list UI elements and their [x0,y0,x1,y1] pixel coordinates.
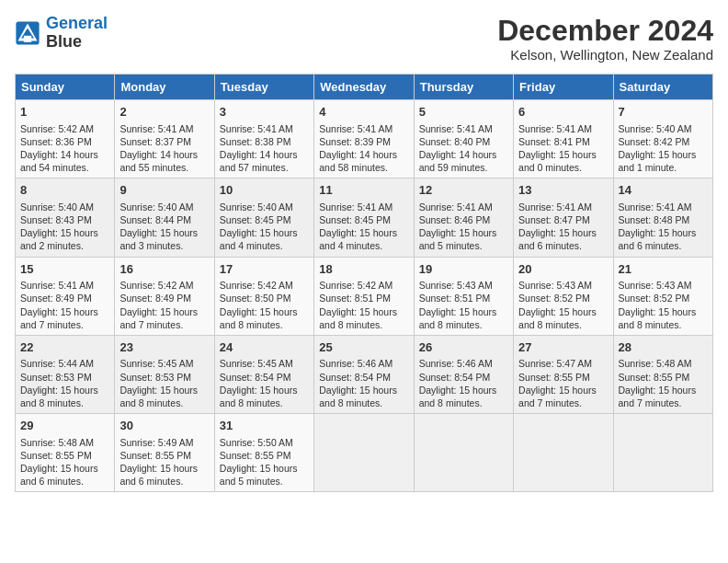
sunset-text: Sunset: 8:42 PM [619,136,690,147]
calendar-day-cell: 15Sunrise: 5:41 AMSunset: 8:49 PMDayligh… [16,257,115,335]
calendar-day-header: Wednesday [314,75,414,100]
sunrise-text: Sunrise: 5:42 AM [20,123,94,134]
sunrise-text: Sunrise: 5:42 AM [119,280,193,291]
calendar-day-cell [414,414,513,492]
day-number: 12 [419,182,508,199]
sunrise-text: Sunrise: 5:41 AM [619,201,692,213]
calendar-day-cell: 20Sunrise: 5:43 AMSunset: 8:52 PMDayligh… [514,257,613,335]
calendar-day-cell: 7Sunrise: 5:40 AMSunset: 8:42 PMDaylight… [613,100,712,178]
sunset-text: Sunset: 8:44 PM [119,214,191,225]
day-number: 2 [119,104,209,121]
day-number: 10 [220,182,309,199]
sunset-text: Sunset: 8:55 PM [20,450,92,461]
sunset-text: Sunset: 8:55 PM [518,372,590,383]
calendar-week-row: 8Sunrise: 5:40 AMSunset: 8:43 PMDaylight… [16,178,713,257]
calendar-day-cell: 29Sunrise: 5:48 AMSunset: 8:55 PMDayligh… [16,414,115,492]
sunset-text: Sunset: 8:51 PM [319,293,391,304]
sunset-text: Sunset: 8:55 PM [220,450,291,461]
daylight-text: Daylight: 15 hours and 2 minutes. [20,227,98,251]
daylight-text: Daylight: 15 hours and 7 minutes. [619,385,697,408]
daylight-text: Daylight: 15 hours and 8 minutes. [419,306,497,330]
calendar-day-header: Thursday [414,75,513,100]
day-number: 13 [518,182,608,199]
calendar-day-cell: 12Sunrise: 5:41 AMSunset: 8:46 PMDayligh… [414,178,513,257]
sunrise-text: Sunrise: 5:45 AM [220,358,293,369]
sunset-text: Sunset: 8:54 PM [319,372,391,383]
sunset-text: Sunset: 8:52 PM [518,293,590,304]
logo-text: General Blue [46,15,108,52]
calendar-day-cell: 3Sunrise: 5:41 AMSunset: 8:38 PMDaylight… [214,100,313,178]
daylight-text: Daylight: 15 hours and 8 minutes. [319,306,397,330]
daylight-text: Daylight: 15 hours and 6 minutes. [518,227,597,251]
daylight-text: Daylight: 15 hours and 8 minutes. [419,385,497,408]
sunrise-text: Sunrise: 5:43 AM [518,280,592,291]
calendar-week-row: 15Sunrise: 5:41 AMSunset: 8:49 PMDayligh… [16,257,713,335]
page-subtitle: Kelson, Wellington, New Zealand [497,47,713,63]
sunrise-text: Sunrise: 5:48 AM [20,437,94,448]
calendar-day-cell: 23Sunrise: 5:45 AMSunset: 8:53 PMDayligh… [115,335,214,413]
day-number: 31 [220,418,309,434]
day-number: 3 [220,104,309,121]
sunrise-text: Sunrise: 5:48 AM [619,358,692,369]
day-number: 20 [518,261,608,278]
calendar-day-header: Tuesday [214,75,313,100]
sunset-text: Sunset: 8:49 PM [119,293,191,304]
daylight-text: Daylight: 15 hours and 6 minutes. [619,227,697,251]
calendar-day-cell: 1Sunrise: 5:42 AMSunset: 8:36 PMDaylight… [16,100,115,178]
calendar-header-row: SundayMondayTuesdayWednesdayThursdayFrid… [16,75,713,100]
calendar-day-cell: 2Sunrise: 5:41 AMSunset: 8:37 PMDaylight… [115,100,214,178]
sunset-text: Sunset: 8:55 PM [119,450,191,461]
title-block: December 2024 Kelson, Wellington, New Ze… [497,15,713,63]
daylight-text: Daylight: 15 hours and 5 minutes. [419,227,497,251]
day-number: 6 [518,104,608,121]
calendar-day-cell: 28Sunrise: 5:48 AMSunset: 8:55 PMDayligh… [613,335,712,413]
sunrise-text: Sunrise: 5:41 AM [419,201,493,213]
daylight-text: Daylight: 15 hours and 7 minutes. [518,385,597,408]
calendar-day-header: Friday [514,75,613,100]
calendar-day-header: Monday [115,75,214,100]
day-number: 9 [119,182,209,199]
calendar-day-cell: 16Sunrise: 5:42 AMSunset: 8:49 PMDayligh… [115,257,214,335]
day-number: 27 [518,339,608,356]
sunset-text: Sunset: 8:36 PM [20,136,92,147]
daylight-text: Daylight: 14 hours and 55 minutes. [119,149,198,173]
sunrise-text: Sunrise: 5:43 AM [419,280,493,291]
sunset-text: Sunset: 8:39 PM [319,136,391,147]
daylight-text: Daylight: 14 hours and 57 minutes. [220,149,298,173]
calendar-day-cell [613,414,712,492]
sunrise-text: Sunrise: 5:41 AM [220,123,293,134]
sunrise-text: Sunrise: 5:41 AM [319,123,392,134]
sunrise-text: Sunrise: 5:49 AM [119,437,193,448]
sunrise-text: Sunrise: 5:41 AM [20,280,94,291]
day-number: 30 [119,418,209,434]
day-number: 4 [319,104,408,121]
sunset-text: Sunset: 8:45 PM [220,214,291,225]
calendar-day-cell: 5Sunrise: 5:41 AMSunset: 8:40 PMDaylight… [414,100,513,178]
sunrise-text: Sunrise: 5:40 AM [20,201,94,213]
daylight-text: Daylight: 15 hours and 6 minutes. [119,463,198,487]
sunrise-text: Sunrise: 5:42 AM [220,280,293,291]
calendar-day-cell: 30Sunrise: 5:49 AMSunset: 8:55 PMDayligh… [115,414,214,492]
sunrise-text: Sunrise: 5:41 AM [518,123,592,134]
day-number: 18 [319,261,408,278]
calendar-week-row: 29Sunrise: 5:48 AMSunset: 8:55 PMDayligh… [16,414,713,492]
sunrise-text: Sunrise: 5:46 AM [319,358,392,369]
sunrise-text: Sunrise: 5:43 AM [619,280,692,291]
calendar-day-cell: 10Sunrise: 5:40 AMSunset: 8:45 PMDayligh… [214,178,313,257]
calendar-day-cell: 17Sunrise: 5:42 AMSunset: 8:50 PMDayligh… [214,257,313,335]
calendar-day-cell: 24Sunrise: 5:45 AMSunset: 8:54 PMDayligh… [214,335,313,413]
sunset-text: Sunset: 8:54 PM [220,372,291,383]
sunrise-text: Sunrise: 5:50 AM [220,437,293,448]
daylight-text: Daylight: 15 hours and 8 minutes. [119,385,198,408]
daylight-text: Daylight: 15 hours and 4 minutes. [220,227,298,251]
logo: General Blue [15,15,108,52]
day-number: 28 [619,339,708,356]
sunset-text: Sunset: 8:43 PM [20,214,92,225]
day-number: 22 [20,339,109,356]
sunrise-text: Sunrise: 5:44 AM [20,358,94,369]
calendar-day-cell [314,414,414,492]
calendar-day-header: Sunday [16,75,115,100]
sunset-text: Sunset: 8:40 PM [419,136,491,147]
daylight-text: Daylight: 15 hours and 8 minutes. [518,306,597,330]
sunset-text: Sunset: 8:54 PM [419,372,491,383]
